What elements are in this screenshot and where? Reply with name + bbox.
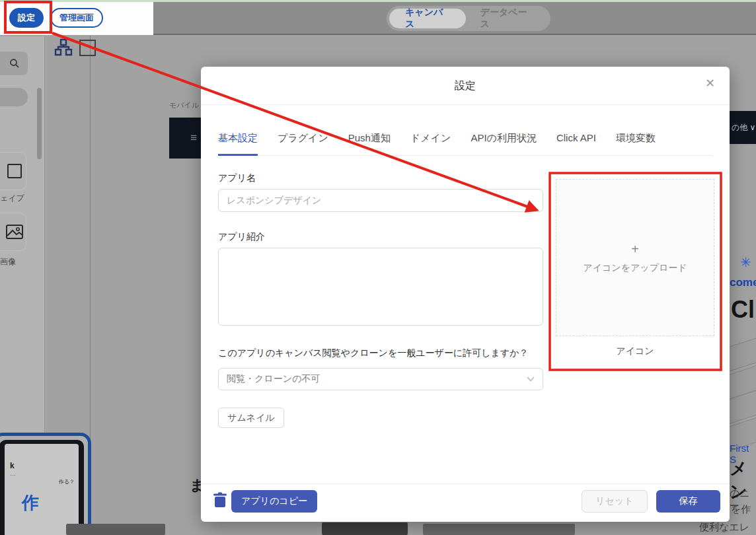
phone-dots: … — [10, 470, 17, 477]
icon-upload-dropzone[interactable]: + アイコンをアップロード — [556, 179, 714, 336]
phone-subtext: 作る？ — [59, 478, 75, 485]
icon-caption: アイコン — [556, 345, 714, 357]
top-accent-line — [0, 0, 756, 2]
photo-collage — [727, 343, 756, 443]
permission-select[interactable]: 閲覧・クローンの不可 — [218, 368, 543, 390]
element-card-image[interactable] — [0, 213, 26, 251]
element-label-shape: ェイプ — [0, 193, 30, 204]
background-blob — [322, 522, 408, 535]
shape-icon — [7, 164, 22, 178]
tab-api-usage[interactable]: APIの利用状況 — [471, 132, 537, 145]
thumbnail-button[interactable]: サムネイル — [218, 408, 284, 428]
paragraph-fragment-2: を作 — [731, 503, 751, 516]
modal-footer-divider — [201, 483, 730, 484]
settings-button[interactable]: 設定 — [9, 8, 44, 28]
heading-text-fragment: Cl — [731, 296, 755, 324]
modal-tab-bar: 基本設定 プラグイン Push通知 ドメイン APIの利用状況 Click AP… — [218, 132, 712, 156]
image-icon — [6, 224, 23, 240]
tab-push-notifications[interactable]: Push通知 — [348, 132, 391, 145]
screen-tree-icon[interactable] — [54, 38, 73, 57]
tab-click-api[interactable]: Click API — [556, 132, 596, 145]
mobile-breakpoint-label: モバイル — [169, 100, 199, 110]
paragraph-fragment-3: 便利なエレメントか — [699, 521, 756, 535]
screen-thumbnail[interactable]: k … 作る？ 作 — [0, 433, 91, 535]
app-description-label: アプリ紹介 — [218, 231, 265, 243]
sidebar-pill — [0, 88, 28, 106]
background-blob — [66, 524, 165, 535]
welcome-text-fragment: come — [730, 276, 756, 289]
trash-icon[interactable] — [213, 492, 227, 509]
search-icon — [9, 58, 20, 69]
tab-canvas[interactable]: キャンバス — [389, 9, 466, 28]
sidebar-scrollbar[interactable] — [37, 88, 42, 159]
phone-frame: k … 作る？ 作 — [0, 440, 84, 535]
app-description-textarea[interactable] — [218, 248, 543, 326]
hamburger-icon: ≡ — [190, 131, 197, 145]
reset-button[interactable]: リセット — [582, 490, 648, 513]
close-icon[interactable]: ✕ — [705, 76, 715, 90]
permission-question: このアプリのキャンバス閲覧やクローンを一般ユーザーに許可しますか？ — [218, 347, 529, 359]
plus-icon: + — [631, 242, 639, 257]
sun-icon: ✳ — [740, 254, 751, 270]
tab-database[interactable]: データベース — [466, 7, 548, 30]
canvas-square-element[interactable] — [79, 40, 96, 56]
phone-text-fragment: k — [10, 461, 15, 470]
app-name-input[interactable] — [218, 189, 543, 212]
more-menu-label[interactable]: の他 ∨ — [732, 122, 755, 133]
chevron-down-icon — [527, 376, 535, 382]
tab-plugins[interactable]: プラグイン — [278, 132, 328, 145]
app-name-label: アプリ名 — [218, 172, 256, 184]
preview-header-bar: ≡ — [169, 118, 201, 159]
app-screen: 設定 管理画面 キャンバス データベース ェイプ 画像 — [0, 0, 756, 535]
settings-modal: 設定 ✕ 基本設定 プラグイン Push通知 ドメイン APIの利用状況 Cli… — [201, 67, 730, 522]
view-switcher: キャンバス データベース — [387, 6, 550, 31]
tab-basic-settings[interactable]: 基本設定 — [218, 132, 258, 145]
search-input[interactable] — [0, 52, 28, 75]
desktop-header-bar: の他 ∨ — [730, 111, 756, 144]
tab-domain[interactable]: ドメイン — [410, 132, 451, 145]
modal-title: 設定 — [201, 79, 730, 93]
save-button[interactable]: 保存 — [656, 490, 720, 513]
icon-upload-label: アイコンをアップロード — [583, 262, 687, 274]
modal-header-divider — [201, 104, 730, 105]
admin-screen-button[interactable]: 管理画面 — [50, 8, 103, 28]
phone-screen-preview: k … 作る？ 作 — [5, 444, 79, 535]
background-blob — [423, 524, 575, 535]
copy-app-button[interactable]: アプリのコピー — [231, 490, 317, 513]
phone-big-glyph: 作 — [22, 491, 39, 515]
element-label-image: 画像 — [0, 256, 30, 268]
element-card-shape[interactable] — [0, 152, 26, 190]
tab-env-vars[interactable]: 環境変数 — [616, 132, 656, 145]
permission-select-value: 閲覧・クローンの不可 — [227, 373, 320, 385]
